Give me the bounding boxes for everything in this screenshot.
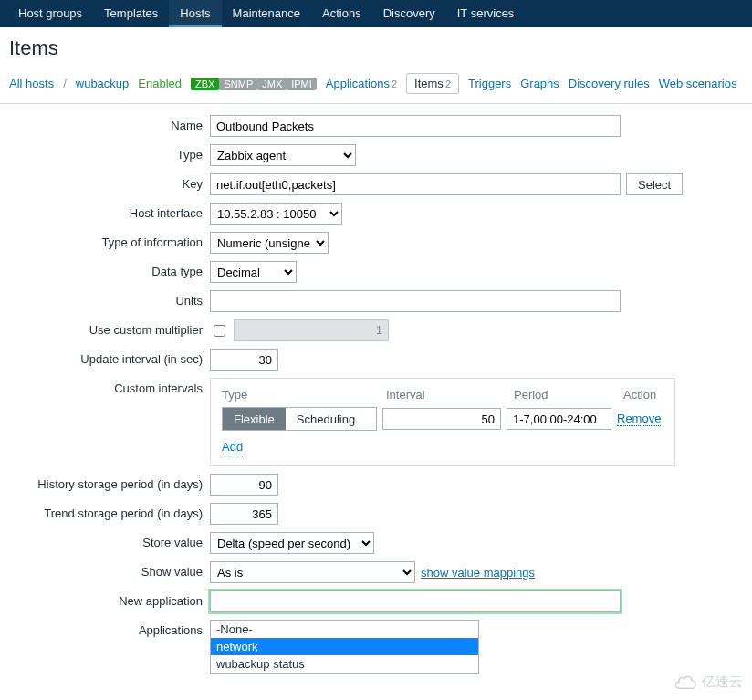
ci-type-scheduling[interactable]: Scheduling — [286, 408, 366, 430]
breadcrumb-host[interactable]: wubackup — [76, 77, 130, 90]
nav-discovery[interactable]: Discovery — [372, 0, 446, 27]
tab-graphs[interactable]: Graphs — [520, 77, 559, 90]
nav-templates[interactable]: Templates — [93, 0, 169, 27]
label-type-of-info: Type of information — [0, 232, 210, 249]
trend-input[interactable] — [210, 503, 278, 525]
item-form: Name Type Zabbix agent Key Select Host i… — [0, 103, 752, 674]
nav-host-groups[interactable]: Host groups — [7, 0, 93, 27]
ci-header-type: Type — [222, 388, 386, 402]
ci-header-interval: Interval — [386, 388, 514, 402]
tab-items-count: 2 — [445, 78, 451, 89]
cloud-icon — [673, 674, 698, 682]
avail-snmp: SNMP — [219, 78, 257, 90]
ci-type-toggle[interactable]: Flexible Scheduling — [222, 407, 377, 431]
tab-items[interactable]: Items2 — [406, 73, 459, 94]
breadcrumb-subnav: All hosts / wubackup Enabled ZBXSNMPJMXI… — [0, 68, 752, 103]
ci-period-input[interactable] — [507, 408, 611, 430]
tab-applications-wrap[interactable]: Applications2 — [326, 77, 397, 90]
label-history: History storage period (in days) — [0, 474, 210, 491]
multiplier-value: 1 — [234, 319, 389, 341]
ci-header-period: Period — [514, 388, 623, 402]
app-option-wubackup-status[interactable]: wubackup status — [211, 655, 478, 673]
custom-intervals-box: Type Interval Period Action Flexible Sch… — [210, 378, 675, 466]
ci-interval-input[interactable] — [382, 408, 501, 430]
label-custom-intervals: Custom intervals — [0, 378, 210, 395]
new-application-input[interactable] — [210, 590, 621, 612]
label-key: Key — [0, 173, 210, 191]
store-value-select[interactable]: Delta (speed per second) — [210, 532, 374, 554]
nav-it-services[interactable]: IT services — [446, 0, 526, 27]
key-input[interactable] — [210, 173, 621, 195]
avail-zbx: ZBX — [191, 78, 219, 90]
tab-web-scenarios[interactable]: Web scenarios — [659, 77, 737, 90]
label-applications: Applications — [0, 620, 210, 637]
tab-triggers[interactable]: Triggers — [468, 77, 511, 90]
tab-applications[interactable]: Applications — [326, 77, 390, 90]
app-option-none[interactable]: -None- — [211, 621, 478, 638]
units-input[interactable] — [210, 290, 621, 312]
label-host-interface: Host interface — [0, 203, 210, 220]
nav-hosts[interactable]: Hosts — [169, 0, 221, 27]
name-input[interactable] — [210, 115, 621, 137]
avail-jmx: JMX — [257, 78, 287, 90]
label-update-interval: Update interval (in sec) — [0, 349, 210, 366]
history-input[interactable] — [210, 474, 278, 496]
show-value-mappings-link[interactable]: show value mappings — [421, 566, 535, 580]
label-use-multiplier: Use custom multiplier — [0, 319, 210, 337]
label-units: Units — [0, 290, 210, 308]
label-trend: Trend storage period (in days) — [0, 503, 210, 520]
breadcrumb-separator: / — [63, 77, 67, 90]
ci-row: Flexible Scheduling Remove — [222, 407, 663, 431]
use-multiplier-checkbox[interactable] — [214, 325, 225, 337]
key-select-button[interactable]: Select — [626, 173, 683, 195]
top-nav: Host groups Templates Hosts Maintenance … — [0, 0, 752, 27]
breadcrumb-all-hosts[interactable]: All hosts — [9, 77, 54, 90]
data-type-select[interactable]: Decimal — [210, 261, 297, 283]
show-value-select[interactable]: As is — [210, 561, 415, 583]
app-option-network[interactable]: network — [211, 638, 478, 655]
label-name: Name — [0, 115, 210, 132]
label-show-value: Show value — [0, 561, 210, 579]
label-type: Type — [0, 144, 210, 162]
avail-ipmi: IPMI — [287, 78, 317, 90]
update-interval-input[interactable] — [210, 349, 278, 371]
type-select[interactable]: Zabbix agent — [210, 144, 356, 166]
label-data-type: Data type — [0, 261, 210, 278]
ci-add-link[interactable]: Add — [222, 440, 243, 454]
label-new-application: New application — [0, 590, 210, 608]
availability-tags: ZBXSNMPJMXIPMI — [191, 77, 317, 90]
applications-listbox[interactable]: -None- network wubackup status — [210, 620, 479, 674]
ci-remove-link[interactable]: Remove — [617, 412, 661, 426]
nav-actions[interactable]: Actions — [311, 0, 372, 27]
host-status: Enabled — [138, 77, 182, 90]
ci-type-flexible[interactable]: Flexible — [223, 408, 286, 430]
page-title: Items — [0, 27, 752, 68]
tab-applications-count: 2 — [392, 78, 397, 89]
nav-maintenance[interactable]: Maintenance — [222, 0, 311, 27]
type-of-info-select[interactable]: Numeric (unsigned) — [210, 232, 329, 254]
ci-header-action: Action — [623, 388, 663, 402]
tab-discovery-rules[interactable]: Discovery rules — [569, 77, 650, 90]
label-store-value: Store value — [0, 532, 210, 549]
host-interface-select[interactable]: 10.55.2.83 : 10050 — [210, 203, 342, 225]
watermark: 亿速云 — [673, 674, 743, 681]
